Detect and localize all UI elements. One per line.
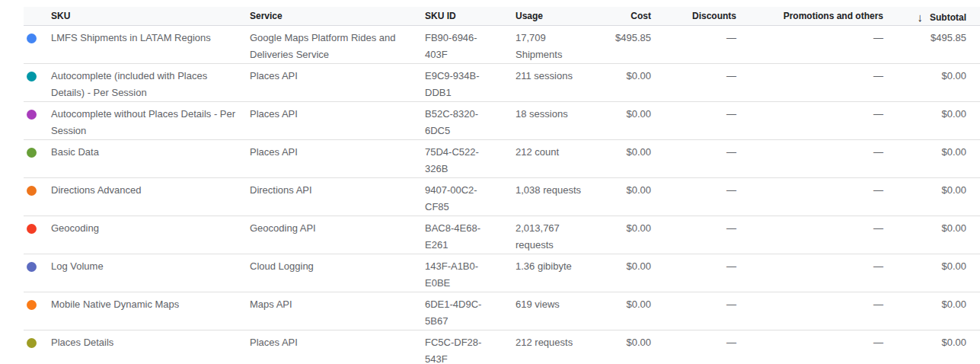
- sku-color-dot-cell: [24, 254, 51, 292]
- table-header-row: SKU Service SKU ID Usage Cost Discounts …: [24, 7, 980, 26]
- subtotal-cell: $0.00: [883, 216, 980, 254]
- sku-name-cell: Autocomplete without Places Details - Pe…: [51, 102, 250, 140]
- usage-cell: 1,038 requests: [516, 178, 602, 216]
- sku-name-cell: LMFS Shipments in LATAM Regions: [51, 26, 250, 64]
- table-row: Geocoding Geocoding API BAC8-4E68-E261 2…: [24, 216, 980, 254]
- sku-id-cell: FC5C-DF28-543F: [425, 330, 516, 364]
- usage-cell: 619 views: [516, 292, 602, 330]
- sku-color-dot: [27, 338, 37, 348]
- usage-cell: 212 requests: [516, 330, 602, 364]
- column-header-subtotal-label: Subtotal: [930, 12, 966, 23]
- discounts-cell: —: [651, 330, 736, 364]
- table-row: Log Volume Cloud Logging 143F-A1B0-E0BE …: [24, 254, 980, 292]
- column-header-usage[interactable]: Usage: [516, 7, 602, 26]
- discounts-cell: —: [651, 140, 736, 178]
- cost-cell: $0.00: [602, 216, 651, 254]
- service-cell: Cloud Logging: [250, 254, 425, 292]
- sku-color-dot: [27, 72, 37, 81]
- promotions-cell: —: [736, 102, 883, 140]
- sku-color-dot-cell: [24, 178, 51, 216]
- subtotal-cell: $0.00: [883, 178, 980, 216]
- sku-id-cell: 6DE1-4D9C-5B67: [425, 292, 516, 330]
- sku-color-dot-cell: [24, 292, 51, 330]
- promotions-cell: —: [736, 292, 883, 330]
- cost-cell: $0.00: [602, 64, 651, 102]
- service-cell: Places API: [250, 330, 425, 364]
- service-cell: Directions API: [250, 178, 425, 216]
- usage-cell: 212 count: [516, 140, 602, 178]
- sku-name-cell: Places Details: [51, 330, 250, 364]
- color-dot-column-header: [24, 7, 51, 26]
- service-cell: Places API: [250, 64, 425, 102]
- sku-name-cell: Directions Advanced: [51, 178, 250, 216]
- subtotal-cell: $0.00: [883, 254, 980, 292]
- column-header-discounts[interactable]: Discounts: [651, 7, 736, 26]
- sku-name-cell: Log Volume: [51, 254, 250, 292]
- discounts-cell: —: [651, 102, 736, 140]
- sku-color-dot: [27, 300, 37, 310]
- table-row: Directions Advanced Directions API 9407-…: [24, 178, 980, 216]
- service-cell: Geocoding API: [250, 216, 425, 254]
- service-cell: Maps API: [250, 292, 425, 330]
- sku-color-dot: [27, 110, 37, 120]
- column-header-subtotal[interactable]: ↓Subtotal: [883, 7, 980, 26]
- sku-id-cell: 143F-A1B0-E0BE: [425, 254, 516, 292]
- table-body: LMFS Shipments in LATAM Regions Google M…: [24, 26, 980, 364]
- sort-descending-arrow-icon: ↓: [918, 11, 924, 24]
- discounts-cell: —: [651, 64, 736, 102]
- promotions-cell: —: [736, 330, 883, 364]
- column-header-cost[interactable]: Cost: [602, 7, 651, 26]
- sku-billing-table-container: SKU Service SKU ID Usage Cost Discounts …: [24, 7, 980, 364]
- subtotal-cell: $0.00: [883, 140, 980, 178]
- subtotal-cell: $495.85: [883, 26, 980, 64]
- sku-billing-table: SKU Service SKU ID Usage Cost Discounts …: [24, 7, 980, 364]
- cost-cell: $0.00: [602, 178, 651, 216]
- promotions-cell: —: [736, 140, 883, 178]
- column-header-sku-id[interactable]: SKU ID: [425, 7, 516, 26]
- sku-color-dot: [27, 262, 37, 272]
- usage-cell: 1.36 gibibyte: [516, 254, 602, 292]
- table-row: Autocomplete (included with Places Detai…: [24, 64, 980, 102]
- promotions-cell: —: [736, 64, 883, 102]
- discounts-cell: —: [651, 254, 736, 292]
- subtotal-cell: $0.00: [883, 330, 980, 364]
- cost-cell: $0.00: [602, 330, 651, 364]
- sku-color-dot-cell: [24, 26, 51, 64]
- promotions-cell: —: [736, 26, 883, 64]
- usage-cell: 17,709 Shipments: [516, 26, 602, 64]
- cost-cell: $0.00: [602, 140, 651, 178]
- sku-id-cell: E9C9-934B-DDB1: [425, 64, 516, 102]
- cost-cell: $0.00: [602, 102, 651, 140]
- column-header-service[interactable]: Service: [250, 7, 425, 26]
- subtotal-cell: $0.00: [883, 102, 980, 140]
- sku-id-cell: FB90-6946-403F: [425, 26, 516, 64]
- cost-cell: $0.00: [602, 254, 651, 292]
- cost-cell: $495.85: [602, 26, 651, 64]
- sku-id-cell: B52C-8320-6DC5: [425, 102, 516, 140]
- sku-color-dot: [27, 148, 37, 158]
- subtotal-cell: $0.00: [883, 292, 980, 330]
- sku-id-cell: 75D4-C522-326B: [425, 140, 516, 178]
- table-row: LMFS Shipments in LATAM Regions Google M…: [24, 26, 980, 64]
- sku-color-dot: [27, 224, 37, 234]
- sku-name-cell: Autocomplete (included with Places Detai…: [51, 64, 250, 102]
- discounts-cell: —: [651, 292, 736, 330]
- service-cell: Google Maps Platform Rides and Deliverie…: [250, 26, 425, 64]
- table-row: Basic Data Places API 75D4-C522-326B 212…: [24, 140, 980, 178]
- sku-color-dot-cell: [24, 64, 51, 102]
- promotions-cell: —: [736, 216, 883, 254]
- usage-cell: 211 sessions: [516, 64, 602, 102]
- column-header-sku[interactable]: SKU: [51, 7, 250, 26]
- sku-color-dot-cell: [24, 216, 51, 254]
- usage-cell: 18 sessions: [516, 102, 602, 140]
- sku-color-dot: [27, 186, 37, 196]
- usage-cell: 2,013,767 requests: [516, 216, 602, 254]
- promotions-cell: —: [736, 254, 883, 292]
- column-header-promotions-and-others[interactable]: Promotions and others: [736, 7, 883, 26]
- sku-color-dot-cell: [24, 330, 51, 364]
- sku-name-cell: Basic Data: [51, 140, 250, 178]
- sku-id-cell: BAC8-4E68-E261: [425, 216, 516, 254]
- cost-cell: $0.00: [602, 292, 651, 330]
- service-cell: Places API: [250, 102, 425, 140]
- sku-color-dot-cell: [24, 102, 51, 140]
